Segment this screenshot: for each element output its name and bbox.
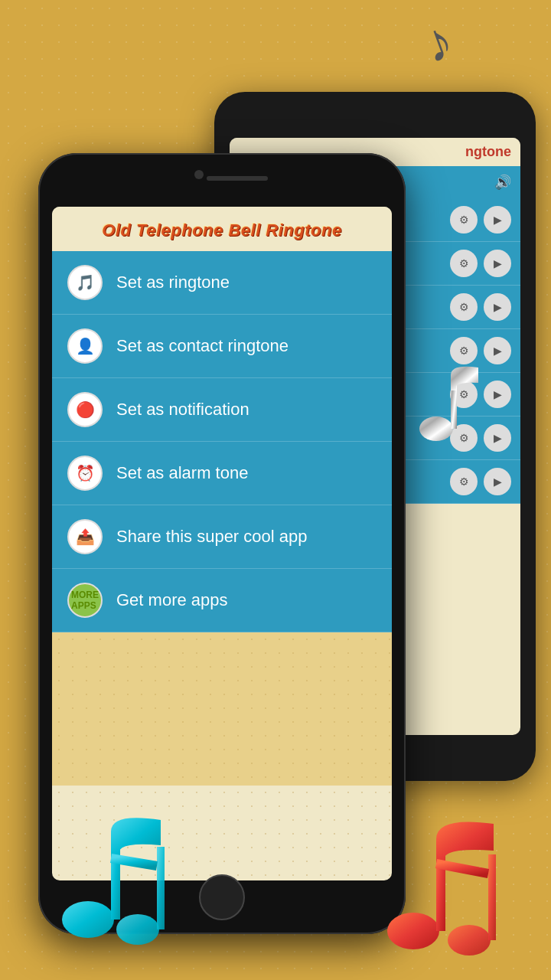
svg-rect-8 [436, 839, 445, 931]
settings-icon-6: ⚙ [450, 424, 478, 452]
phone-home-button[interactable] [199, 874, 245, 920]
menu-item-share[interactable]: 📤 Share this super cool app [52, 505, 392, 569]
menu-list: 🎵 Set as ringtone 👤 Set as contact ringt… [52, 251, 392, 632]
menu-item-alarm[interactable]: ⏰ Set as alarm tone [52, 442, 392, 505]
main-screen: Old Telephone Bell Ringtone 🎵 Set as rin… [52, 207, 392, 880]
app-header: Old Telephone Bell Ringtone [52, 207, 392, 251]
bg-header-text: ngtone [465, 144, 511, 159]
play-icon-4: ▶ [484, 337, 511, 364]
settings-icon-1: ⚙ [450, 206, 478, 234]
main-phone: Old Telephone Bell Ringtone 🎵 Set as rin… [38, 153, 406, 934]
ringtone-label: Set as ringtone [116, 273, 230, 292]
menu-item-ringtone[interactable]: 🎵 Set as ringtone [52, 251, 392, 315]
play-icon-6: ▶ [484, 424, 511, 452]
play-icon-7: ▶ [484, 468, 511, 495]
notification-icon: 🔴 [67, 392, 103, 427]
menu-item-contact-ringtone[interactable]: 👤 Set as contact ringtone [52, 315, 392, 378]
play-icon-2: ▶ [484, 250, 511, 277]
screen-bottom-area [52, 632, 392, 786]
menu-item-more-apps[interactable]: MOREAPPS Get more apps [52, 569, 392, 632]
music-note-top: ♪ [415, 8, 461, 75]
svg-line-11 [436, 864, 488, 874]
settings-icon-4: ⚙ [450, 337, 478, 364]
phone-camera [194, 170, 204, 179]
settings-icon-2: ⚙ [450, 250, 478, 277]
notification-label: Set as notification [116, 400, 249, 420]
menu-item-notification[interactable]: 🔴 Set as notification [52, 378, 392, 442]
settings-icon-3: ⚙ [450, 293, 478, 321]
settings-icon-7: ⚙ [450, 468, 478, 495]
settings-icon-5: ⚙ [450, 381, 478, 408]
more-apps-label: Get more apps [116, 590, 228, 610]
share-icon: 📤 [67, 519, 103, 554]
contact-ringtone-icon: 👤 [67, 328, 103, 364]
phone-speaker [207, 176, 268, 181]
svg-point-9 [448, 925, 491, 956]
svg-rect-10 [488, 854, 496, 940]
alarm-label: Set as alarm tone [116, 463, 248, 483]
play-icon-5: ▶ [484, 381, 511, 408]
play-icon-1: ▶ [484, 206, 511, 234]
contact-ringtone-label: Set as contact ringtone [116, 336, 289, 356]
ringtone-icon: 🎵 [67, 265, 103, 300]
play-icon-3: ▶ [484, 293, 511, 321]
more-apps-icon: MOREAPPS [67, 583, 103, 618]
alarm-icon: ⏰ [67, 456, 103, 491]
app-title: Old Telephone Bell Ringtone [102, 220, 341, 240]
speaker-icon: 🔊 [494, 174, 511, 191]
share-label: Share this super cool app [116, 527, 308, 547]
